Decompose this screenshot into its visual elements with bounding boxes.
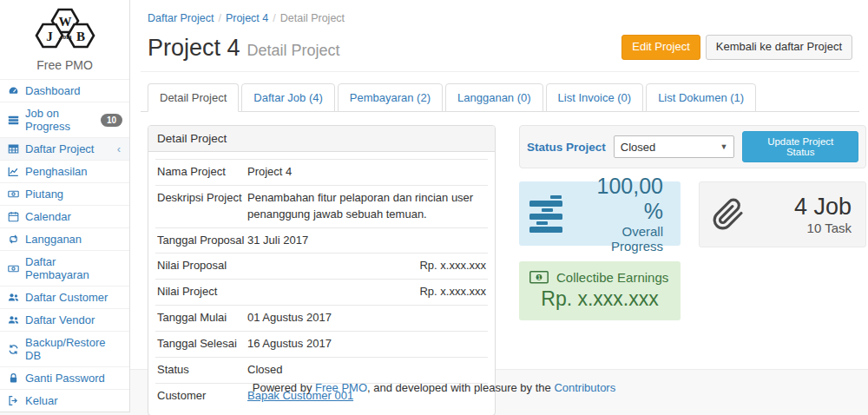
sidebar-item-penghasilan[interactable]: Penghasilan bbox=[0, 160, 129, 182]
page-header: Project 4Detail Project Edit Project Kem… bbox=[141, 26, 859, 72]
sidebar-item-daftar-pembayaran[interactable]: Daftar Pembayaran bbox=[0, 250, 129, 286]
edit-project-button[interactable]: Edit Project bbox=[621, 35, 700, 60]
table-icon bbox=[8, 143, 19, 155]
panel-title: Detail Project bbox=[148, 126, 495, 152]
job-task-box: 4 Job 10 Task bbox=[699, 181, 866, 247]
money-icon: 1 bbox=[529, 271, 549, 284]
contributors-link[interactable]: Contributors bbox=[554, 381, 615, 394]
free-pmo-link[interactable]: Free PMO bbox=[315, 381, 367, 394]
sidebar-item-daftar-project[interactable]: Daftar Project ‹ bbox=[0, 137, 129, 160]
sidebar-item-backup-restore-db[interactable]: Backup/Restore DB bbox=[0, 331, 129, 366]
status-select[interactable]: Closed ▼ bbox=[614, 135, 735, 158]
detail-row-nilai-proposal: Nilai Proposal Rp. x.xxx.xxx bbox=[155, 253, 488, 279]
free-pmo-app: W J B .com Free PMO Dashboard Job on Pro… bbox=[0, 0, 868, 415]
tab-daftar-job[interactable]: Daftar Job (4) bbox=[241, 83, 334, 112]
sign-out-icon bbox=[8, 395, 19, 406]
detail-row-tanggal-selesai: Tanggal Selesai 16 Agustus 2017 bbox=[155, 331, 488, 357]
status-select-value: Closed bbox=[621, 141, 655, 154]
job-count-badge: 10 bbox=[101, 114, 122, 127]
tab-detail-project[interactable]: Detail Project bbox=[148, 83, 239, 112]
row-label: Tanggal Mulai bbox=[157, 310, 247, 326]
chevron-left-icon: ‹ bbox=[117, 143, 122, 155]
footer-text: Powered by bbox=[253, 381, 315, 394]
users-icon bbox=[8, 292, 19, 303]
sidebar-item-langganan[interactable]: Langganan bbox=[0, 227, 129, 250]
footer: Powered by Free PMO, and developed with … bbox=[0, 370, 868, 394]
users-icon bbox=[8, 314, 19, 326]
logo-suffix: .com bbox=[58, 33, 72, 41]
update-project-status-button[interactable]: Update Project Status bbox=[742, 131, 858, 162]
breadcrumb: Daftar Project/Project 4/Detail Project bbox=[141, 7, 859, 26]
sidebar-item-label: Backup/Restore DB bbox=[25, 336, 122, 362]
detail-row-tanggal-proposal: Tanggal Proposal 31 Juli 2017 bbox=[155, 227, 488, 254]
sidebar-item-calendar[interactable]: Calendar bbox=[0, 205, 129, 227]
page-subtitle: Detail Project bbox=[247, 42, 340, 59]
row-value: Project 4 bbox=[247, 164, 486, 181]
back-to-project-list-button[interactable]: Kembali ke daftar Project bbox=[706, 35, 852, 60]
logo-letter-j: J bbox=[46, 30, 53, 43]
row-label: Deskripsi Project bbox=[157, 190, 247, 223]
row-value: Penambahan fitur pelaporan dan rincian u… bbox=[247, 190, 486, 223]
detail-row-tanggal-mulai: Tanggal Mulai 01 Agustus 2017 bbox=[155, 305, 488, 331]
sidebar-item-piutang[interactable]: Piutang bbox=[0, 182, 129, 205]
breadcrumb-project-4[interactable]: Project 4 bbox=[226, 12, 268, 24]
sidebar-item-label: Dashboard bbox=[25, 84, 81, 97]
repeat-icon bbox=[8, 234, 19, 245]
sidebar-item-job-on-progress[interactable]: Job on Progress 10 bbox=[0, 102, 129, 137]
sidebar-item-label: Job on Progress bbox=[25, 107, 95, 133]
breadcrumb-daftar-project[interactable]: Daftar Project bbox=[148, 12, 214, 24]
sidebar-item-daftar-customer[interactable]: Daftar Customer bbox=[0, 286, 129, 308]
paperclip-icon bbox=[712, 197, 745, 232]
overall-progress-label: Overall Progress bbox=[575, 224, 663, 254]
row-label: Tanggal Proposal bbox=[157, 233, 247, 249]
breadcrumb-separator: / bbox=[268, 12, 279, 24]
detail-row-nama-project: Nama Project Project 4 bbox=[155, 159, 488, 185]
job-count: 4 Job bbox=[753, 194, 852, 221]
row-value: Rp. x.xxx.xxx bbox=[247, 258, 486, 274]
breadcrumb-separator: / bbox=[214, 12, 225, 24]
logo-letter-b: B bbox=[76, 30, 84, 43]
logo-letter-w: W bbox=[58, 15, 71, 29]
page-title: Project 4 bbox=[148, 35, 240, 61]
jwb-logo[interactable]: W J B .com bbox=[0, 0, 129, 57]
earnings-value: Rp. x.xxx.xxx bbox=[529, 287, 670, 311]
tasks-icon bbox=[8, 115, 19, 126]
svg-text:1: 1 bbox=[537, 274, 541, 280]
row-value: 31 Juli 2017 bbox=[247, 233, 486, 249]
row-value: 01 Agustus 2017 bbox=[247, 310, 486, 326]
footer-text: , and developed with pleasure by the bbox=[367, 381, 554, 394]
main-content: Daftar Project/Project 4/Detail Project … bbox=[130, 0, 868, 370]
detail-row-nilai-project: Nilai Project Rp. x.xxx.xxx bbox=[155, 279, 488, 305]
refresh-icon bbox=[8, 344, 19, 355]
row-value: Rp. x.xxx.xxx bbox=[247, 284, 486, 300]
sidebar: W J B .com Free PMO Dashboard Job on Pro… bbox=[0, 0, 130, 412]
tab-list-invoice[interactable]: List Invoice (0) bbox=[546, 83, 644, 112]
sidebar-item-label: Penghasilan bbox=[25, 165, 88, 178]
tab-pembayaran[interactable]: Pembayaran (2) bbox=[338, 83, 443, 112]
task-count: 10 Task bbox=[753, 221, 852, 235]
overall-progress-value: 100,00 % bbox=[575, 174, 663, 224]
row-label: Nilai Proposal bbox=[157, 258, 247, 274]
sidebar-item-label: Langganan bbox=[25, 233, 82, 246]
breadcrumb-current: Detail Project bbox=[280, 12, 345, 24]
sidebar-item-label: Calendar bbox=[25, 210, 71, 223]
line-chart-icon bbox=[8, 166, 19, 177]
money-icon bbox=[8, 263, 19, 274]
overall-progress-box: 100,00 % Overall Progress bbox=[519, 181, 681, 246]
row-label: Tanggal Selesai bbox=[157, 336, 247, 352]
jwb-logo-icon: W J B .com bbox=[24, 7, 106, 52]
tab-langganan[interactable]: Langganan (0) bbox=[445, 83, 543, 112]
earnings-label: Collectibe Earnings bbox=[556, 270, 668, 285]
sidebar-item-dashboard[interactable]: Dashboard bbox=[0, 79, 129, 102]
money-icon bbox=[8, 188, 19, 200]
app-name: Free PMO bbox=[0, 57, 129, 79]
tab-list-dokumen[interactable]: List Dokumen (1) bbox=[646, 83, 756, 112]
sidebar-item-label: Piutang bbox=[25, 188, 63, 201]
sidebar-item-label: Daftar Project bbox=[25, 142, 94, 155]
sidebar-item-label: Daftar Vendor bbox=[25, 313, 95, 326]
sidebar-item-daftar-vendor[interactable]: Daftar Vendor bbox=[0, 308, 129, 331]
row-label: Nilai Project bbox=[157, 284, 247, 300]
row-label: Nama Project bbox=[157, 164, 247, 181]
row-value: 16 Agustus 2017 bbox=[247, 336, 486, 352]
tasks-icon bbox=[529, 195, 566, 233]
